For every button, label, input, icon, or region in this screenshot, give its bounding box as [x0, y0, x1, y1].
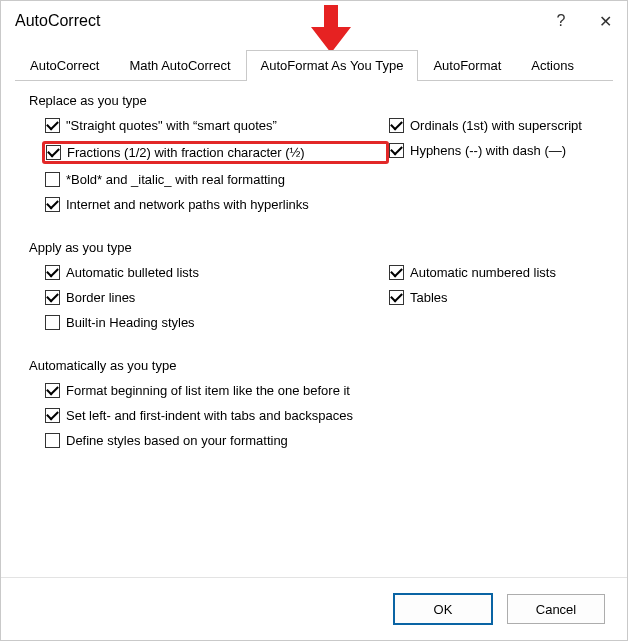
tab-autoformat[interactable]: AutoFormat: [418, 50, 516, 81]
checkbox-set-indent[interactable]: [45, 408, 60, 423]
checkbox-format-beginning[interactable]: [45, 383, 60, 398]
checkbox-border-lines[interactable]: [45, 290, 60, 305]
tab-autocorrect[interactable]: AutoCorrect: [15, 50, 114, 81]
option-auto-numbered[interactable]: Automatic numbered lists: [389, 263, 599, 282]
option-set-indent[interactable]: Set left- and first-indent with tabs and…: [45, 406, 599, 425]
dialog-footer: OK Cancel: [1, 577, 627, 640]
option-define-styles[interactable]: Define styles based on your formatting: [45, 431, 599, 450]
checkbox-hyphens[interactable]: [389, 143, 404, 158]
group-title-replace: Replace as you type: [29, 93, 599, 108]
group-title-auto: Automatically as you type: [29, 358, 599, 373]
option-fractions[interactable]: Fractions (1/2) with fraction character …: [42, 141, 389, 164]
label-border-lines: Border lines: [66, 290, 135, 305]
group-automatically-as-you-type: Automatically as you type Format beginni…: [29, 358, 599, 450]
checkbox-heading-styles[interactable]: [45, 315, 60, 330]
group-replace-as-you-type: Replace as you type "Straight quotes" wi…: [29, 93, 599, 214]
label-heading-styles: Built-in Heading styles: [66, 315, 195, 330]
checkbox-define-styles[interactable]: [45, 433, 60, 448]
checkbox-straight-quotes[interactable]: [45, 118, 60, 133]
ok-button[interactable]: OK: [393, 593, 493, 625]
option-border-lines[interactable]: Border lines: [45, 288, 389, 307]
checkbox-tables[interactable]: [389, 290, 404, 305]
group-title-apply: Apply as you type: [29, 240, 599, 255]
options-panel: Replace as you type "Straight quotes" wi…: [1, 81, 627, 450]
checkbox-auto-bulleted[interactable]: [45, 265, 60, 280]
tab-actions[interactable]: Actions: [516, 50, 589, 81]
group-apply-as-you-type: Apply as you type Automatic bulleted lis…: [29, 240, 599, 332]
checkbox-bold-italic[interactable]: [45, 172, 60, 187]
option-hyphens[interactable]: Hyphens (--) with dash (—): [389, 141, 599, 160]
checkbox-auto-numbered[interactable]: [389, 265, 404, 280]
option-format-beginning[interactable]: Format beginning of list item like the o…: [45, 381, 599, 400]
cancel-button[interactable]: Cancel: [507, 594, 605, 624]
label-tables: Tables: [410, 290, 448, 305]
label-hyphens: Hyphens (--) with dash (—): [410, 143, 566, 158]
tab-math-autocorrect[interactable]: Math AutoCorrect: [114, 50, 245, 81]
option-auto-bulleted[interactable]: Automatic bulleted lists: [45, 263, 389, 282]
checkbox-fractions[interactable]: [46, 145, 61, 160]
label-fractions: Fractions (1/2) with fraction character …: [67, 145, 305, 160]
label-auto-numbered: Automatic numbered lists: [410, 265, 556, 280]
close-button[interactable]: ✕: [583, 1, 627, 41]
label-bold-italic: *Bold* and _italic_ with real formatting: [66, 172, 285, 187]
option-straight-quotes[interactable]: "Straight quotes" with “smart quotes”: [45, 116, 389, 135]
label-set-indent: Set left- and first-indent with tabs and…: [66, 408, 353, 423]
option-internet-paths[interactable]: Internet and network paths with hyperlin…: [45, 195, 389, 214]
title-bar: AutoCorrect ? ✕: [1, 1, 627, 41]
tab-strip: AutoCorrect Math AutoCorrect AutoFormat …: [15, 49, 613, 81]
label-auto-bulleted: Automatic bulleted lists: [66, 265, 199, 280]
help-button[interactable]: ?: [539, 1, 583, 41]
tab-autoformat-as-you-type[interactable]: AutoFormat As You Type: [246, 50, 419, 81]
autocorrect-dialog: AutoCorrect ? ✕ AutoCorrect Math AutoCor…: [0, 0, 628, 641]
dialog-title: AutoCorrect: [15, 12, 100, 30]
label-straight-quotes: "Straight quotes" with “smart quotes”: [66, 118, 277, 133]
label-format-beginning: Format beginning of list item like the o…: [66, 383, 350, 398]
option-tables[interactable]: Tables: [389, 288, 599, 307]
option-bold-italic[interactable]: *Bold* and _italic_ with real formatting: [45, 170, 389, 189]
checkbox-ordinals[interactable]: [389, 118, 404, 133]
label-ordinals: Ordinals (1st) with superscript: [410, 118, 582, 133]
label-internet-paths: Internet and network paths with hyperlin…: [66, 197, 309, 212]
option-ordinals[interactable]: Ordinals (1st) with superscript: [389, 116, 599, 135]
label-define-styles: Define styles based on your formatting: [66, 433, 288, 448]
checkbox-internet-paths[interactable]: [45, 197, 60, 212]
option-heading-styles[interactable]: Built-in Heading styles: [45, 313, 389, 332]
